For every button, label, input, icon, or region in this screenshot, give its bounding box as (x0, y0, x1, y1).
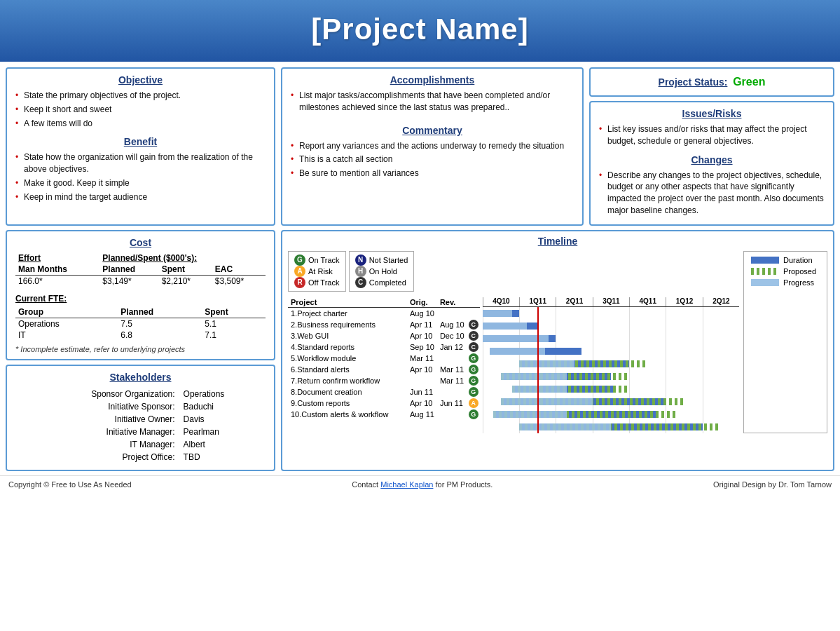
objective-item: A few items will do (15, 118, 266, 130)
timeline-panel: Timeline G On Track A At Risk (281, 230, 834, 471)
footer-left: Copyright © Free to Use As Needed (8, 480, 132, 489)
gantt-row: 2.Business requirements Apr 11 Aug 10 C (288, 319, 480, 330)
axis-cell: 4Q10 (483, 297, 519, 306)
commentary-title: Commentary (291, 125, 574, 136)
fte-row: IT 6.8 7.1 (15, 330, 266, 341)
gantt-row: 3.Web GUI Apr 10 Dec 10 C (288, 330, 480, 341)
fte-col-group: Group (15, 306, 118, 318)
objective-benefit-panel: Objective State the primary objectives o… (6, 67, 275, 226)
accomplishments-item: List major tasks/accomplishments that ha… (291, 90, 574, 114)
fte-col-planned: Planned (118, 306, 202, 318)
fte-table: Group Planned Spent Operations 7.5 5.1 I… (15, 306, 266, 341)
effort-label: Effort (15, 252, 99, 264)
progress-bar (483, 335, 549, 342)
legend-on-hold: H On Hold (355, 266, 408, 277)
fte-col-spent: Spent (202, 306, 266, 318)
axis-cell: 3Q11 (593, 297, 629, 306)
commentary-item: Report any variances and the actions und… (291, 140, 574, 152)
gantt-container: Project Orig. Rev. 1.Project charter Aug… (288, 297, 739, 433)
legend-proposed: Proposed (751, 267, 820, 276)
progress-bar (493, 411, 567, 418)
objective-item: Keep it short and sweet (15, 104, 266, 116)
status-legend-box2: N Not Started H On Hold C Completed (349, 251, 415, 292)
chart-legend-box: Duration Proposed Progress (743, 251, 827, 433)
col-man-months: Man Months (15, 264, 99, 276)
val-eac: $3,509* (212, 275, 266, 287)
project-status-panel: Project Status: Green (589, 67, 834, 97)
on-track-icon: G (294, 255, 305, 266)
commentary-list: Report any variances and the actions und… (291, 140, 574, 179)
col-spent: Spent (159, 264, 212, 276)
chart-row (483, 320, 739, 332)
stakeholder-row: Project Office: TBD (17, 452, 264, 463)
page-title: [Project Name] (0, 13, 840, 46)
accomplishments-title: Accomplishments (291, 74, 574, 86)
gantt-row: 8.Document creation Jun 11 G (288, 386, 480, 398)
col-orig: Orig. (407, 297, 437, 308)
benefit-list: State how the organization will gain fro… (15, 151, 266, 203)
header: [Project Name] (0, 0, 840, 62)
gantt-row: 6.Standard alerts Apr 10 Mar 11 G (288, 364, 480, 375)
timeline-title: Timeline (288, 236, 827, 247)
fte-row: Operations 7.5 5.1 (15, 318, 266, 330)
progress-bar (512, 386, 567, 393)
gantt-chart-area: 4Q101Q112Q113Q114Q111Q122Q12 (483, 297, 739, 433)
progress-bar (519, 423, 611, 430)
chart-row (483, 383, 739, 395)
not-started-icon: N (355, 255, 366, 266)
footer: Copyright © Free to Use As Needed Contac… (0, 475, 840, 493)
timeline-left: G On Track A At Risk R Off Track (288, 251, 739, 433)
off-track-icon: R (294, 277, 305, 288)
axis-cell: 2Q12 (703, 297, 739, 306)
col-planned: Planned (99, 264, 158, 276)
gantt-row: 4.Standard reports Sep 10 Jan 12 C (288, 341, 480, 353)
gantt-row: 5.Workflow module Mar 11 G (288, 353, 480, 364)
chart-row (483, 345, 739, 358)
timeline-legend: G On Track A At Risk R Off Track (288, 251, 739, 292)
gantt-row: 1.Project charter Aug 10 (288, 307, 480, 319)
progress-bar-sample (751, 279, 779, 286)
col-project: Project (288, 297, 407, 308)
val-man-months: 166.0* (15, 275, 99, 287)
col-eac: EAC (212, 264, 266, 276)
stakeholder-row: Initiative Sponsor: Baduchi (17, 401, 264, 412)
at-risk-icon: A (294, 266, 305, 277)
benefit-item: State how the organization will gain fro… (15, 151, 266, 175)
axis-cell: 2Q11 (556, 297, 592, 306)
issues-risks-title: Issues/Risks (599, 108, 825, 119)
benefit-item: Keep in mind the target audience (15, 191, 266, 203)
objective-list: State the primary objectives of the proj… (15, 90, 266, 129)
footer-middle: Contact Michael Kaplan for PM Products. (352, 480, 493, 489)
right-column: Project Status: Green Issues/Risks List … (589, 67, 834, 226)
legend-on-track: G On Track (294, 255, 340, 266)
chart-row (483, 408, 739, 421)
issues-risks-panel: Issues/Risks List key issues and/or risk… (589, 101, 834, 226)
legend-completed: C Completed (355, 277, 408, 288)
progress-label: Progress (783, 278, 814, 287)
status-value: Green (733, 76, 765, 88)
footer-link[interactable]: Michael Kaplan (380, 480, 433, 489)
stakeholder-row: Initiative Owner: Davis (17, 414, 264, 425)
cost-title: Cost (15, 237, 266, 248)
objective-item: State the primary objectives of the proj… (15, 90, 266, 102)
chart-row (483, 370, 739, 383)
axis-cell: 1Q12 (666, 297, 702, 306)
progress-bar (483, 310, 512, 317)
footer-right: Original Design by Dr. Tom Tarnow (713, 480, 832, 489)
issues-list: List key issues and/or risks that may af… (599, 123, 825, 147)
val-planned: $3,149* (99, 275, 158, 287)
stakeholder-row: IT Manager: Albert (17, 439, 264, 450)
commentary-item: Be sure to mention all variances (291, 168, 574, 179)
progress-bar (501, 398, 593, 405)
commentary-item: This is a catch all section (291, 154, 574, 165)
stakeholders-panel: Stakeholders Sponsor Organization: Opera… (6, 365, 275, 471)
col-rev: Rev. (437, 297, 467, 308)
chart-row (483, 307, 739, 320)
legend-duration: Duration (751, 256, 820, 264)
cost-table: Effort Planned/Spent ($000's): Man Month… (15, 252, 266, 287)
stakeholder-row: Sponsor Organization: Operations (17, 388, 264, 400)
duration-bar-sample (751, 257, 779, 264)
gantt-rows (483, 307, 739, 433)
fte-label: Current FTE: (15, 294, 266, 304)
stakeholder-row: Initiative Manager: Pearlman (17, 426, 264, 437)
